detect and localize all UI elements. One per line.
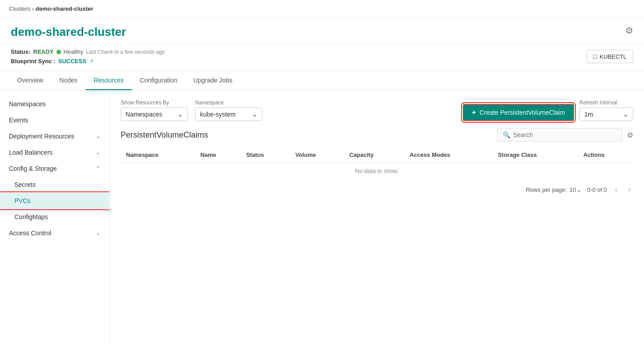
chevron-down-icon: ⌄	[96, 149, 100, 156]
status-section: Status: READY Healthy Last Check in a fe…	[11, 48, 165, 65]
refresh-value: 1m	[584, 111, 593, 118]
terminal-icon: □	[593, 53, 597, 60]
pagination-row: Rows per page: 10 ⌄ 0-0 of 0 ‹ ›	[121, 179, 633, 200]
prev-page-button[interactable]: ‹	[612, 185, 620, 194]
tab-configuration[interactable]: Configuration	[132, 71, 185, 90]
create-pvc-label: Create PersistentVolumeClaim	[479, 109, 565, 116]
filters-row: Show Resources By Namespaces ⌄ Namespace…	[121, 99, 262, 121]
namespace-select[interactable]: kube-system ⌄	[195, 108, 262, 121]
actions-row: + Create PersistentVolumeClaim Refresh I…	[463, 99, 633, 121]
dropdown-arrow-icon: ⌄	[178, 111, 183, 118]
no-data-message: No data to show.	[121, 163, 633, 179]
table-settings-icon[interactable]: ⚙	[627, 131, 633, 139]
col-access-modes: Access Modes	[404, 147, 492, 163]
breadcrumb: Clusters › demo-shared-cluster	[0, 0, 644, 18]
rows-per-page-value: 10	[570, 186, 576, 193]
breadcrumb-parent[interactable]: Clusters	[9, 5, 30, 12]
status-line: Status: READY Healthy Last Check in a fe…	[11, 48, 165, 55]
col-actions: Actions	[578, 147, 633, 163]
dropdown-arrow-icon: ⌄	[623, 111, 628, 118]
table-title: PersistentVolumeClaims	[121, 130, 208, 140]
namespace-value: kube-system	[200, 111, 235, 118]
tab-nodes[interactable]: Nodes	[51, 71, 85, 90]
table-empty-row: No data to show.	[121, 163, 633, 179]
search-input[interactable]	[513, 131, 617, 138]
health-dot	[57, 50, 61, 54]
sidebar-section-deployment-label: Deployment Resources	[9, 133, 74, 140]
rows-per-page: Rows per page: 10 ⌄	[526, 186, 582, 193]
status-label: Status:	[11, 48, 30, 55]
tab-upgrade-jobs[interactable]: Upgrade Jobs	[185, 71, 240, 90]
last-check: Last Check in a few seconds ago	[86, 49, 165, 55]
cluster-title: demo-shared-cluster	[11, 25, 126, 39]
dropdown-arrow-icon: ⌄	[252, 111, 257, 118]
data-table: Namespace Name Status Volume Capacity Ac…	[121, 147, 633, 179]
pagination-info: 0-0 of 0	[587, 186, 607, 193]
sidebar-item-namespaces[interactable]: Namespaces	[0, 96, 109, 112]
tabs-bar: Overview Nodes Resources Configuration U…	[0, 71, 644, 91]
sidebar-item-configmaps[interactable]: ConfigMaps	[0, 209, 109, 225]
sidebar-section-ac-label: Access Control	[9, 229, 51, 237]
sidebar-section-config-storage[interactable]: Config & Storage ⌃	[0, 160, 109, 177]
table-header: Namespace Name Status Volume Capacity Ac…	[121, 147, 633, 163]
sidebar-section-cs-label: Config & Storage	[9, 165, 57, 172]
sidebar: Namespaces Events Deployment Resources ⌄…	[0, 91, 110, 346]
rows-per-page-select[interactable]: 10 ⌄	[570, 186, 582, 193]
table-actions: 🔍 ⚙	[497, 128, 633, 142]
sidebar-section-load-balancers[interactable]: Load Balancers ⌄	[0, 144, 109, 160]
cluster-meta: Status: READY Healthy Last Check in a fe…	[0, 45, 644, 71]
status-value: READY	[33, 48, 54, 55]
tab-overview[interactable]: Overview	[9, 71, 51, 90]
sidebar-section-lb-label: Load Balancers	[9, 149, 52, 156]
chevron-up-icon: ⌃	[96, 165, 100, 172]
show-resources-value: Namespaces	[126, 111, 162, 118]
external-link-icon[interactable]: ↗	[89, 58, 93, 64]
tab-resources[interactable]: Resources	[86, 71, 132, 90]
blueprint-label: Blueprint Sync :	[11, 58, 56, 65]
dropdown-arrow-icon: ⌄	[577, 186, 582, 193]
blueprint-line: Blueprint Sync : SUCCESS ↗	[11, 58, 165, 65]
refresh-group: Refresh Interval 1m ⌄	[579, 99, 633, 121]
kubectl-label: KUBECTL	[600, 53, 627, 60]
search-box[interactable]: 🔍	[497, 128, 622, 142]
search-icon: 🔍	[503, 131, 510, 138]
col-capacity: Capacity	[344, 147, 405, 163]
sidebar-section-access-control[interactable]: Access Control ⌄	[0, 225, 109, 241]
sidebar-item-secrets[interactable]: Secrets	[0, 177, 109, 193]
content-toolbar: Show Resources By Namespaces ⌄ Namespace…	[121, 99, 633, 121]
namespace-label: Namespace	[195, 99, 262, 106]
col-storage-class: Storage Class	[492, 147, 578, 163]
refresh-select[interactable]: 1m ⌄	[579, 108, 633, 121]
namespace-filter: Namespace kube-system ⌄	[195, 99, 262, 121]
settings-icon[interactable]: ⚙	[625, 25, 633, 36]
col-namespace: Namespace	[121, 147, 195, 163]
rows-per-page-label: Rows per page:	[526, 186, 567, 193]
health-text: Healthy	[64, 48, 83, 55]
breadcrumb-current: demo-shared-cluster	[35, 5, 93, 12]
table-header-row: PersistentVolumeClaims 🔍 ⚙	[121, 128, 633, 142]
show-resources-label: Show Resources By	[121, 99, 188, 106]
col-name: Name	[195, 147, 241, 163]
sidebar-item-pvcs[interactable]: PVCs	[0, 193, 109, 209]
show-resources-filter: Show Resources By Namespaces ⌄	[121, 99, 188, 121]
col-status: Status	[241, 147, 290, 163]
next-page-button[interactable]: ›	[626, 185, 633, 194]
sidebar-section-deployment-resources[interactable]: Deployment Resources ⌄	[0, 128, 109, 144]
show-resources-select[interactable]: Namespaces ⌄	[121, 108, 188, 121]
chevron-down-icon: ⌄	[96, 133, 100, 139]
refresh-label: Refresh Interval	[579, 99, 633, 106]
cluster-header: demo-shared-cluster ⚙	[0, 18, 644, 45]
sidebar-item-events[interactable]: Events	[0, 112, 109, 128]
kubectl-button[interactable]: □ KUBECTL	[587, 50, 633, 63]
content-area: Show Resources By Namespaces ⌄ Namespace…	[110, 91, 644, 346]
plus-icon: +	[472, 108, 476, 117]
main-content: Namespaces Events Deployment Resources ⌄…	[0, 91, 644, 346]
chevron-down-icon: ⌄	[96, 230, 100, 236]
col-volume: Volume	[290, 147, 344, 163]
breadcrumb-separator: ›	[32, 5, 34, 12]
create-pvc-button[interactable]: + Create PersistentVolumeClaim	[463, 104, 574, 121]
blueprint-value: SUCCESS	[58, 58, 87, 65]
